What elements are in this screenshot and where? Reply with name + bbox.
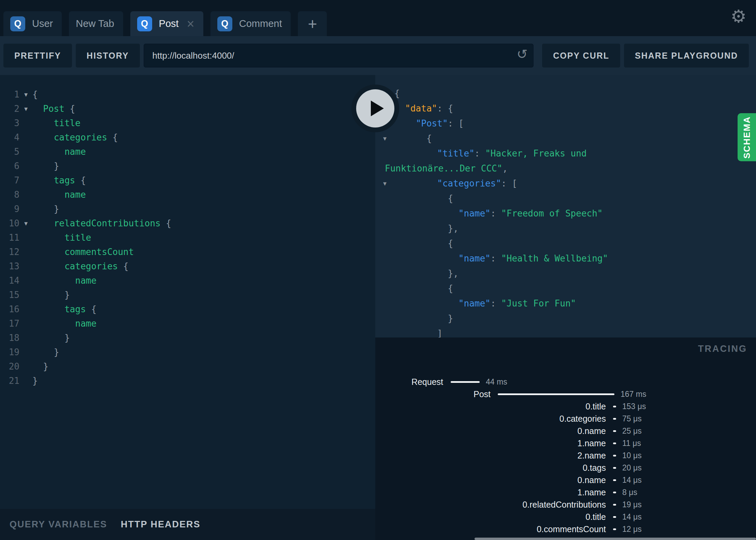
- tracing-label: 0.categories: [375, 414, 606, 424]
- fold-gutter: [375, 296, 394, 311]
- line-number: 19: [0, 345, 19, 359]
- query-badge-icon: Q: [10, 16, 25, 31]
- fold-gutter: [375, 266, 394, 281]
- line-number: 13: [0, 259, 19, 273]
- tracing-time: 167 ms: [621, 390, 646, 399]
- plus-icon: +: [308, 16, 317, 32]
- editor-line: 15 }: [0, 288, 375, 302]
- tracing-row: 0.commentsCount12 μs: [375, 523, 756, 535]
- schema-tab-label: SCHEMA: [742, 116, 752, 159]
- tracing-time: 11 μs: [622, 439, 641, 448]
- code-text: name: [32, 273, 97, 288]
- endpoint-url-input[interactable]: [144, 44, 534, 68]
- line-number: 15: [0, 288, 19, 302]
- line-number: 14: [0, 273, 19, 288]
- line-number: 21: [0, 374, 19, 388]
- code-text: }: [394, 311, 453, 326]
- code-text: "data": {: [394, 101, 453, 116]
- prettify-button[interactable]: PRETTIFY: [3, 44, 72, 68]
- fold-arrow-icon[interactable]: ▾: [375, 176, 394, 191]
- editor-line: 19 }: [0, 345, 375, 359]
- tracing-time: 75 μs: [622, 414, 642, 423]
- tab-new-tab[interactable]: New Tab: [69, 11, 123, 36]
- share-playground-button[interactable]: SHARE PLAYGROUND: [624, 44, 749, 68]
- tracing-row: 0.name25 μs: [375, 425, 756, 437]
- code-text: relatedContributions {: [32, 216, 171, 230]
- tracing-time: 153 μs: [622, 402, 646, 411]
- tracing-label: 0.relatedContributions: [375, 500, 606, 510]
- http-headers-tab[interactable]: HTTP HEADERS: [121, 519, 201, 530]
- tab-comment[interactable]: QComment: [210, 11, 291, 36]
- reload-icon[interactable]: ↺: [517, 48, 527, 61]
- history-button[interactable]: HISTORY: [76, 44, 140, 68]
- fold-gutter: [19, 316, 32, 331]
- fold-gutter: [19, 273, 32, 288]
- code-text: }: [32, 331, 70, 345]
- fold-arrow-icon[interactable]: ▾: [19, 87, 32, 102]
- tracing-time: 8 μs: [622, 488, 637, 497]
- tracing-bar: [498, 393, 614, 395]
- query-badge-icon: Q: [217, 16, 232, 31]
- fold-gutter: [19, 259, 32, 273]
- code-text: ]: [394, 326, 442, 338]
- execute-query-button[interactable]: [351, 85, 399, 132]
- tracing-bar: [613, 406, 616, 407]
- fold-gutter: [19, 359, 32, 374]
- code-text: "title": "Hacker, Freaks und: [394, 146, 587, 161]
- fold-gutter: [375, 146, 394, 161]
- play-triangle: [371, 101, 384, 116]
- tracing-bar: [613, 455, 616, 456]
- fold-gutter: [375, 236, 394, 251]
- fold-gutter: [19, 374, 32, 388]
- tab-bar: QUserNew TabQPost×QComment + ⚙: [0, 0, 756, 36]
- code-text: tags {: [32, 302, 97, 316]
- response-line: ▾ "Post": [: [375, 116, 756, 131]
- tracing-bar: [451, 381, 480, 383]
- fold-arrow-icon[interactable]: ▾: [375, 131, 394, 146]
- tracing-label: 0.name: [375, 426, 606, 436]
- code-text: "categories": [: [394, 176, 517, 191]
- copy-curl-button[interactable]: COPY CURL: [542, 44, 620, 68]
- tab-user[interactable]: QUser: [3, 11, 62, 36]
- response-line: ▾{: [375, 86, 756, 101]
- line-number: 16: [0, 302, 19, 316]
- line-number: 2: [0, 102, 19, 116]
- schema-side-tab[interactable]: SCHEMA: [738, 113, 756, 161]
- editor-line: 3 title: [0, 116, 375, 130]
- fold-arrow-icon[interactable]: ▾: [19, 102, 32, 116]
- response-line: {: [375, 191, 756, 206]
- fold-arrow-icon[interactable]: ▾: [19, 216, 32, 230]
- code-text: "name": "Health & Wellbeing": [394, 251, 608, 266]
- query-editor[interactable]: 1▾{2▾ Post {3 title4 categories {5 name6…: [0, 75, 375, 509]
- close-tab-icon[interactable]: ×: [187, 17, 194, 30]
- query-variables-tab[interactable]: QUERY VARIABLES: [10, 519, 107, 530]
- tracing-horizontal-scrollbar[interactable]: [475, 538, 756, 540]
- fold-gutter: [19, 188, 32, 202]
- response-line: ▾ "data": {: [375, 101, 756, 116]
- tracing-time: 20 μs: [622, 463, 642, 472]
- tracing-label: Post: [375, 389, 491, 399]
- editor-line: 4 categories {: [0, 130, 375, 145]
- editor-line: 21}: [0, 374, 375, 388]
- editor-footer: QUERY VARIABLES HTTP HEADERS: [0, 509, 375, 540]
- new-tab-button[interactable]: +: [298, 11, 327, 36]
- tracing-row: 0.categories75 μs: [375, 412, 756, 425]
- editor-line: 13 categories {: [0, 259, 375, 273]
- tracing-row: 0.relatedContributions19 μs: [375, 498, 756, 511]
- code-text: tags {: [32, 173, 86, 188]
- response-line: ]: [375, 326, 756, 338]
- response-line: }: [375, 311, 756, 326]
- fold-gutter: [19, 345, 32, 359]
- fold-gutter: [375, 326, 394, 338]
- tab-post[interactable]: QPost×: [130, 11, 203, 36]
- response-line: ▾ {: [375, 131, 756, 146]
- code-text: }: [32, 345, 59, 359]
- tracing-time: 14 μs: [622, 512, 642, 522]
- tracing-label: 0.tags: [375, 463, 606, 473]
- editor-line: 5 name: [0, 145, 375, 159]
- code-text: name: [32, 316, 97, 331]
- settings-gear-icon[interactable]: ⚙: [730, 7, 746, 25]
- fold-gutter: [19, 130, 32, 145]
- tracing-label: 0.title: [375, 512, 606, 522]
- code-text: "Post": [: [394, 116, 464, 131]
